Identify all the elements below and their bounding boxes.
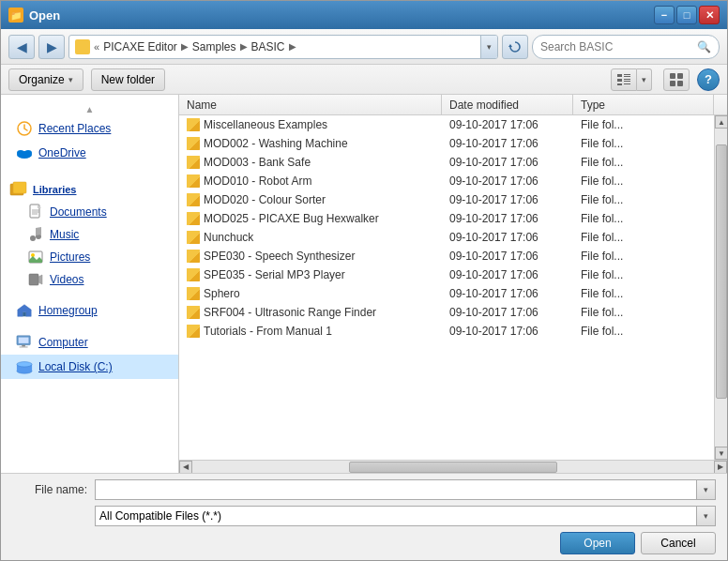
table-row[interactable]: Sphero 09-10-2017 17:06 File fol... <box>179 284 714 303</box>
address-bar[interactable]: « PICAXE Editor ▶ Samples ▶ BASIC ▶ ▾ <box>68 35 498 59</box>
sidebar-item-local-disk[interactable]: Local Disk (C:) <box>1 355 178 379</box>
horizontal-scrollbar: ◀ ▶ <box>179 460 727 473</box>
table-row[interactable]: SRF004 - Ultrasonic Range Finder 09-10-2… <box>179 303 714 322</box>
address-arrow-3: ▶ <box>289 41 296 52</box>
sidebar-item-homegroup[interactable]: Homegroup <box>1 298 178 323</box>
sidebar-divider-2 <box>1 291 178 298</box>
refresh-button[interactable] <box>502 35 528 59</box>
search-input[interactable] <box>540 40 693 53</box>
file-type-cell: File fol... <box>581 193 706 206</box>
sidebar-item-pictures[interactable]: Pictures <box>1 246 178 268</box>
table-row[interactable]: SPE030 - Speech Synthesizer 09-10-2017 1… <box>179 247 714 265</box>
main-toolbar: ◀ ▶ « PICAXE Editor ▶ Samples ▶ BASIC ▶ … <box>1 29 727 65</box>
folder-icon <box>187 193 200 206</box>
svg-rect-7 <box>617 83 622 85</box>
sidebar-item-recent-places[interactable]: Recent Places <box>1 116 178 141</box>
table-row[interactable]: SPE035 - Serial MP3 Player 09-10-2017 17… <box>179 265 714 284</box>
maximize-button[interactable]: □ <box>676 6 697 24</box>
close-button[interactable]: ✕ <box>699 6 720 24</box>
svg-rect-8 <box>624 83 630 84</box>
file-type-cell: File fol... <box>581 231 706 244</box>
file-name-dropdown-button[interactable]: ▾ <box>697 479 716 500</box>
folder-icon <box>187 137 200 150</box>
svg-rect-30 <box>23 312 26 317</box>
help-button[interactable]: ? <box>697 68 720 91</box>
table-row[interactable]: MOD002 - Washing Machine 09-10-2017 17:0… <box>179 134 714 153</box>
table-row[interactable]: MOD020 - Colour Sorter 09-10-2017 17:06 … <box>179 190 714 209</box>
view-icon-button[interactable] <box>611 68 637 91</box>
address-dropdown-button[interactable]: ▾ <box>480 35 497 59</box>
h-scroll-track[interactable] <box>192 461 714 473</box>
table-row[interactable]: Tutorials - From Manual 1 09-10-2017 17:… <box>179 322 714 341</box>
file-type-dropdown-button[interactable]: ▾ <box>697 506 716 526</box>
scroll-down-arrow[interactable]: ▼ <box>715 447 727 460</box>
column-header-name[interactable]: Name <box>179 95 442 114</box>
minimize-button[interactable]: − <box>654 6 675 24</box>
scroll-right-arrow[interactable]: ▶ <box>714 461 727 474</box>
sidebar-divider-1 <box>1 165 178 173</box>
table-row[interactable]: Miscellaneous Examples 09-10-2017 17:06 … <box>179 115 714 134</box>
scroll-track[interactable] <box>715 129 727 447</box>
cancel-button[interactable]: Cancel <box>641 532 716 554</box>
sidebar-item-onedrive[interactable]: OneDrive <box>1 141 178 165</box>
folder-svg <box>187 325 200 336</box>
scroll-left-arrow[interactable]: ◀ <box>179 461 192 474</box>
table-row[interactable]: Nunchuck 09-10-2017 17:06 File fol... <box>179 228 714 247</box>
table-row[interactable]: MOD003 - Bank Safe 09-10-2017 17:06 File… <box>179 153 714 172</box>
sidebar-item-documents[interactable]: Documents <box>1 201 178 223</box>
sidebar-item-label: Computer <box>38 336 88 349</box>
svg-rect-41 <box>187 177 200 186</box>
svg-rect-28 <box>29 274 38 285</box>
file-name-cell: Nunchuck <box>187 231 449 244</box>
open-button[interactable]: Open <box>560 532 635 554</box>
h-scroll-thumb[interactable] <box>349 462 557 473</box>
file-type-cell: File fol... <box>581 287 706 300</box>
file-type-cell: File fol... <box>581 268 706 281</box>
svg-rect-44 <box>187 234 200 242</box>
window-icon: 📁 <box>8 8 23 23</box>
sidebar-item-videos[interactable]: Videos <box>1 268 178 291</box>
file-type-cell: File fol... <box>581 212 706 225</box>
organize-button[interactable]: Organize ▾ <box>8 68 83 91</box>
file-type-cell: File fol... <box>581 137 706 150</box>
svg-rect-40 <box>187 159 200 167</box>
sidebar-scroll-up[interactable]: ▲ <box>1 102 178 116</box>
address-arrow-2: ▶ <box>240 41 248 52</box>
organize-dropdown-icon: ▾ <box>68 75 73 84</box>
documents-icon <box>27 204 44 220</box>
column-header-type[interactable]: Type <box>573 95 714 114</box>
column-header-date[interactable]: Date modified <box>442 95 573 114</box>
sidebar-item-music[interactable]: Music <box>1 223 178 246</box>
file-type-select[interactable]: All Compatible Files (*.*) <box>95 506 697 526</box>
file-name-input[interactable] <box>95 479 697 500</box>
table-row[interactable]: MOD010 - Robot Arm 09-10-2017 17:06 File… <box>179 172 714 190</box>
sidebar-item-label: Documents <box>50 205 107 219</box>
folder-icon <box>187 174 200 188</box>
scroll-thumb[interactable] <box>716 144 727 399</box>
change-view-button[interactable] <box>663 68 690 91</box>
file-list[interactable]: Miscellaneous Examples 09-10-2017 17:06 … <box>179 115 714 460</box>
svg-rect-34 <box>20 347 28 348</box>
svg-rect-33 <box>22 345 25 347</box>
back-button[interactable]: ◀ <box>8 35 35 59</box>
svg-rect-19 <box>13 182 26 193</box>
sidebar-section-libraries[interactable]: Libraries <box>1 173 178 201</box>
file-name-cell: Miscellaneous Examples <box>187 118 449 131</box>
scroll-up-arrow[interactable]: ▲ <box>715 115 727 129</box>
svg-rect-42 <box>187 196 200 205</box>
file-name-cell: MOD025 - PICAXE Bug Hexwalker <box>187 212 449 225</box>
folder-svg <box>187 250 200 261</box>
svg-rect-11 <box>677 73 683 79</box>
svg-rect-4 <box>617 79 622 82</box>
file-date-cell: 09-10-2017 17:06 <box>449 118 581 131</box>
sidebar-item-computer[interactable]: Computer <box>1 330 178 355</box>
table-row[interactable]: MOD025 - PICAXE Bug Hexwalker 09-10-2017… <box>179 209 714 228</box>
sidebar: ▲ Recent Places OneDrive <box>1 95 179 473</box>
file-name-row: File name: ▾ <box>12 479 716 500</box>
svg-point-17 <box>24 150 32 156</box>
forward-button[interactable]: ▶ <box>38 35 65 59</box>
new-folder-button[interactable]: New folder <box>91 68 165 91</box>
folder-svg <box>187 287 200 298</box>
view-dropdown-button[interactable]: ▾ <box>637 68 652 91</box>
svg-rect-47 <box>187 290 200 298</box>
